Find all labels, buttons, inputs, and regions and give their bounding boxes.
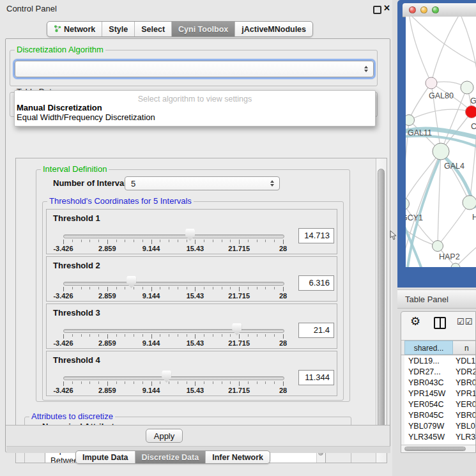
tick-mark [248, 240, 249, 242]
table-row[interactable]: YDL19...YDL1 [404, 356, 476, 367]
network-window-titlebar[interactable] [403, 3, 476, 17]
table-panel-body: ⚙ ☑☑ shared...n YDL19...YDL1YDR27...YDR2… [401, 311, 476, 453]
algorithm-combobox[interactable] [15, 61, 374, 77]
table-cell-shared-name: YBR045C [408, 410, 444, 421]
close-icon[interactable]: ✕ [383, 3, 390, 13]
table-header-row: shared...n [401, 340, 476, 355]
number-of-intervals-combobox[interactable]: 5 [125, 176, 280, 190]
network-node-label-gal11: GAL11 [408, 128, 432, 137]
tick-mark [89, 287, 90, 289]
settings-scrollbar-thumb[interactable] [378, 169, 385, 437]
network-edge [409, 17, 476, 65]
network-node-gal11[interactable] [406, 115, 415, 126]
popup-item-manual-discretization[interactable]: Manual Discretization [15, 104, 375, 113]
network-edge [460, 17, 476, 74]
close-light[interactable] [409, 6, 416, 13]
threshold-value-field[interactable]: 11.344 [298, 370, 334, 385]
tick-label: 15.43 [187, 339, 204, 347]
tab-infer-network[interactable]: Infer Network [205, 451, 270, 463]
apply-button[interactable]: Apply [146, 429, 183, 443]
tab-discretize-data[interactable]: Discretize Data [135, 451, 206, 463]
table-cell-name: YBL0 [456, 421, 475, 432]
table-row[interactable]: YPR145WYPR1 [404, 388, 476, 399]
threshold-label: Threshold 4 [53, 355, 100, 365]
table-panel-titlebar[interactable]: Table Panel [397, 289, 476, 309]
column-header-n[interactable]: n [453, 341, 476, 355]
network-node-label-gal-right: G [470, 96, 476, 105]
tab-select[interactable]: Select [134, 22, 171, 36]
table-cell-name: YPR1 [456, 388, 476, 399]
network-node-red-node[interactable] [466, 106, 476, 118]
tick-label: 15.43 [187, 292, 204, 300]
network-node-gal-right[interactable] [461, 81, 473, 94]
network-node-hap2[interactable] [433, 241, 443, 252]
network-node-gcy1[interactable] [406, 198, 410, 210]
table-row[interactable]: YER054CYER0 [404, 399, 476, 410]
column-header-shared[interactable]: shared... [404, 341, 453, 355]
network-node-gal4[interactable] [433, 143, 449, 160]
table-row[interactable]: YBR043CYBR0 [404, 378, 476, 388]
tab-network[interactable]: Network [47, 22, 102, 36]
table-row[interactable]: YIL052CYIL0 [404, 443, 476, 444]
table-row[interactable]: YDR27...YDR2 [404, 367, 476, 378]
threshold-value-field[interactable]: 21.4 [298, 323, 334, 338]
slider-track[interactable] [63, 376, 284, 380]
table-cell-name: YBR0 [456, 410, 476, 421]
cyni-mode-tab-bar: Impute DataDiscretize DataInfer Network [75, 450, 270, 464]
tick-mark [125, 381, 125, 384]
zoom-light[interactable] [432, 6, 439, 13]
tick-mark [283, 334, 284, 339]
minimize-light[interactable] [420, 6, 427, 13]
slider-track[interactable] [63, 329, 284, 333]
network-canvas[interactable]: GAL80GCGAL11GAL4GCY1HHAP2 [406, 17, 476, 267]
table-cell-shared-name: YPR145W [408, 388, 445, 399]
tick-mark [213, 381, 213, 384]
table-cell-name: YIL0 [456, 443, 472, 444]
checkbox-icons[interactable]: ☑☑ [457, 317, 473, 326]
float-window-icon[interactable] [373, 6, 381, 14]
tab-cyni-toolbox[interactable]: Cyni Toolbox [171, 22, 234, 36]
tick-label: 2.859 [98, 245, 116, 252]
settings-scrollbar[interactable] [376, 158, 387, 463]
tab-style[interactable]: Style [102, 22, 134, 36]
network-node-h-node[interactable] [463, 196, 476, 210]
table-row[interactable]: YBL079WYBL0 [404, 421, 476, 432]
tick-mark [116, 287, 117, 289]
screenshot-root: Control Panel ✕ NetworkStyleSelectCyni T… [0, 0, 476, 476]
slider-ticks [63, 287, 284, 292]
tick-mark [125, 287, 125, 289]
tick-mark [72, 334, 73, 337]
table-hscrollbar[interactable] [401, 445, 476, 452]
network-node-gal80[interactable] [426, 77, 437, 89]
column-view-icon[interactable] [434, 317, 446, 329]
tick-mark [248, 334, 249, 337]
slider-track[interactable] [63, 234, 284, 238]
table-hscrollbar-thumb[interactable] [404, 447, 466, 451]
tick-label: 9.144 [142, 292, 160, 300]
tab-jactivemnodules[interactable]: jActiveMNodules [234, 22, 312, 36]
threshold-value-field[interactable]: 6.316 [298, 275, 334, 291]
algorithm-popup-hint: Select algorithm to view settings [15, 95, 375, 104]
network-edge [409, 83, 431, 120]
tab-discretize-data-label: Discretize Data [142, 453, 199, 462]
tick-mark [239, 287, 240, 291]
tick-mark [248, 287, 249, 289]
threshold-value-field[interactable]: 14.713 [298, 228, 334, 243]
tab-impute-data[interactable]: Impute Data [76, 451, 135, 463]
table-row[interactable]: YBR045CYBR0 [404, 410, 476, 421]
table-row[interactable]: YLR345WYLR3 [404, 432, 476, 443]
tick-mark [178, 381, 178, 384]
tick-mark [116, 240, 117, 242]
tab-cyni-toolbox-label: Cyni Toolbox [178, 25, 228, 34]
tick-mark [204, 334, 204, 337]
network-node-label-hap2: HAP2 [439, 252, 460, 261]
tick-mark [134, 287, 134, 289]
popup-item-equal-width-frequency-discretization[interactable]: Equal Width/Frequency Discretization [15, 113, 375, 123]
tick-mark [98, 381, 99, 384]
tick-mark [187, 334, 187, 337]
tick-label: 21.715 [228, 292, 250, 300]
tick-mark [125, 334, 125, 337]
tick-label: 2.859 [98, 339, 116, 347]
slider-track[interactable] [63, 282, 284, 286]
gear-icon[interactable]: ⚙ [410, 315, 420, 328]
